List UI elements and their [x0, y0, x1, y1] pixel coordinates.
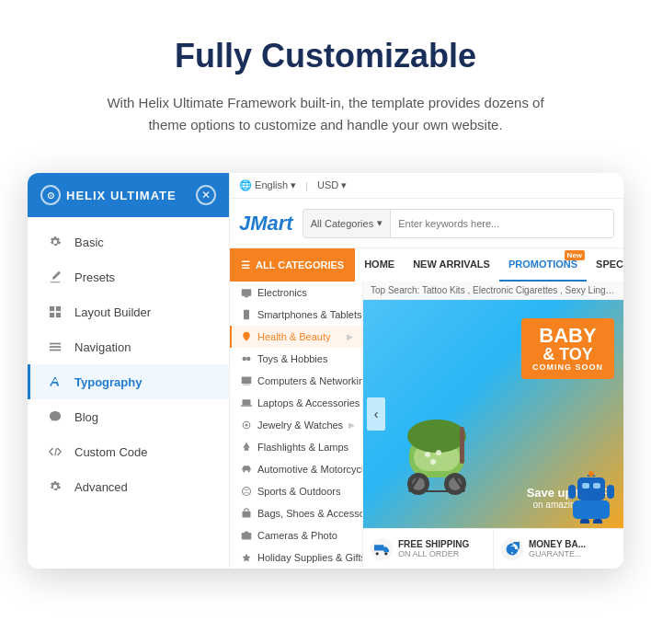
sidebar-item-navigation[interactable]: Navigation	[28, 329, 229, 364]
sidebar-item-basic-label: Basic	[74, 236, 104, 249]
sidebar-item-typography[interactable]: Typography	[28, 364, 229, 399]
svg-point-43	[430, 459, 436, 465]
feature-shipping-subtitle: ON ALL ORDER	[398, 549, 469, 558]
jmart-header: JMart All Categories ▾	[230, 199, 623, 248]
sidebar-item-custom-code[interactable]: Custom Code	[28, 434, 229, 469]
sidebar-item-layout-builder-label: Layout Builder	[74, 305, 151, 319]
cat-item-cameras[interactable]: Cameras & Photo	[230, 524, 362, 546]
banner-subtitle: & TOY	[532, 346, 603, 362]
jmart-main: Electronics Smartphones & Tablets Health…	[230, 282, 623, 569]
search-category-label: All Categories	[311, 218, 373, 229]
svg-rect-5	[50, 346, 61, 348]
jmart-categories: Electronics Smartphones & Tablets Health…	[230, 282, 363, 569]
cat-item-health-beauty[interactable]: Health & Beauty ▶	[230, 326, 362, 348]
feature-moneyback-title: MONEY BA...	[529, 539, 586, 549]
sidebar-item-navigation-label: Navigation	[74, 340, 131, 354]
jmart-nav: ☰ ALL CATEGORIES HOME NEW ARRIVALS PROMO…	[230, 248, 623, 282]
svg-rect-49	[607, 485, 614, 499]
sidebar-item-layout-builder[interactable]: Layout Builder	[28, 294, 229, 329]
cat-item-computers[interactable]: Computers & Networking ▶	[230, 370, 362, 392]
sidebar-item-blog[interactable]: Blog	[28, 399, 229, 434]
all-categories-label: ALL CATEGORIES	[256, 259, 344, 270]
nav-item-new-arrivals[interactable]: NEW ARRIVALS	[404, 248, 499, 282]
jmart-banner-area: Top Search: Tattoo Kits , Electronic Cig…	[363, 282, 623, 569]
svg-rect-44	[577, 477, 605, 500]
cat-item-automotive[interactable]: Automotive & Motorcycle	[230, 458, 362, 480]
code-icon	[47, 443, 63, 460]
svg-point-55	[384, 552, 387, 555]
svg-rect-47	[573, 500, 610, 519]
svg-point-11	[243, 357, 247, 362]
nav-item-promotions[interactable]: PROMOTIONS New	[499, 248, 587, 282]
svg-point-42	[436, 450, 441, 455]
helix-logo-icon: ⊙	[40, 185, 61, 205]
svg-rect-33	[460, 427, 464, 464]
promotions-badge: New	[565, 250, 585, 260]
sidebar-item-presets[interactable]: Presets	[28, 259, 229, 294]
cat-arrow-icon: ▶	[347, 332, 353, 341]
jmart-banner: ‹	[363, 300, 623, 528]
svg-rect-14	[243, 385, 250, 385]
cat-item-bags[interactable]: Bags, Shoes & Accessories	[230, 502, 362, 524]
feature-moneyback-subtitle: GUARANTE...	[529, 549, 586, 558]
cat-item-smartphones[interactable]: Smartphones & Tablets	[230, 304, 362, 326]
cat-arrow-icon: ▶	[348, 420, 355, 430]
helix-menu: Basic Presets Layout Builder Navigation	[28, 217, 229, 569]
menu-icon	[47, 339, 63, 355]
top-search-bar: Top Search: Tattoo Kits , Electronic Cig…	[363, 282, 623, 300]
helix-close-button[interactable]: ✕	[196, 185, 216, 205]
cat-item-laptops[interactable]: Laptops & Accessories	[230, 392, 362, 414]
feature-money-back: MONEY BA... GUARANTE...	[494, 529, 623, 569]
nav-item-specials[interactable]: SPECIALS	[587, 248, 623, 282]
sidebar-item-blog-label: Blog	[74, 410, 98, 424]
cat-item-sports[interactable]: Sports & Outdoors	[230, 480, 362, 502]
banner-promo-text: BABY & TOY COMING SOON	[521, 318, 614, 379]
search-input[interactable]	[391, 210, 613, 237]
search-category-dropdown[interactable]: All Categories ▾	[303, 210, 391, 237]
helix-header: ⊙ HELIX ULTIMATE ✕	[28, 173, 229, 217]
svg-rect-51	[593, 519, 602, 523]
sidebar-item-basic[interactable]: Basic	[28, 224, 229, 259]
screenshot-container: ⊙ HELIX ULTIMATE ✕ Basic Presets	[28, 173, 623, 569]
svg-point-54	[376, 552, 379, 555]
stroller-illustration	[382, 408, 492, 519]
gear-icon	[47, 234, 63, 250]
svg-point-22	[248, 470, 250, 472]
sidebar-item-advanced[interactable]: Advanced	[28, 469, 229, 504]
cat-item-electronics[interactable]: Electronics	[230, 282, 362, 304]
banner-nav-left[interactable]: ‹	[367, 397, 385, 431]
cat-item-holiday[interactable]: Holiday Supplies & Gifts	[230, 546, 362, 569]
cat-item-toys[interactable]: Toys & Hobbies	[230, 348, 362, 370]
page-header: Fully Customizable With Helix Ultimate F…	[0, 0, 651, 164]
jmart-search-bar[interactable]: All Categories ▾	[303, 209, 614, 238]
svg-point-26	[245, 535, 249, 539]
svg-rect-6	[50, 350, 61, 351]
all-categories-button[interactable]: ☰ ALL CATEGORIES	[230, 248, 355, 282]
banner-coming-soon: COMING SOON	[532, 362, 603, 372]
sidebar-item-typography-label: Typography	[74, 375, 142, 389]
jmart-topbar: 🌐 English ▾ | USD ▾	[230, 173, 623, 199]
svg-rect-4	[50, 343, 61, 345]
gear2-icon	[47, 478, 63, 495]
svg-rect-46	[593, 483, 600, 489]
helix-brand-name: HELIX ULTIMATE	[66, 189, 177, 202]
svg-rect-15	[243, 399, 251, 405]
svg-rect-2	[50, 313, 54, 317]
topbar-currency[interactable]: USD ▾	[317, 179, 347, 191]
svg-point-23	[243, 488, 251, 496]
sidebar-item-presets-label: Presets	[74, 270, 115, 284]
svg-rect-1	[56, 306, 61, 311]
feature-shipping-text: FREE SHIPPING ON ALL ORDER	[398, 539, 469, 558]
jmart-content: 🌐 English ▾ | USD ▾ JMart All Categories…	[230, 173, 623, 569]
svg-point-21	[243, 470, 245, 472]
svg-rect-45	[582, 483, 589, 489]
topbar-separator: |	[305, 180, 308, 191]
cat-item-flashlights[interactable]: Flashlights & Lamps	[230, 436, 362, 458]
nav-item-home[interactable]: HOME	[355, 248, 404, 282]
topbar-language[interactable]: 🌐 English ▾	[239, 179, 296, 191]
grid-icon	[47, 304, 63, 320]
svg-rect-20	[245, 448, 249, 451]
truck-icon	[371, 538, 393, 560]
svg-rect-16	[241, 405, 252, 407]
cat-item-jewelry[interactable]: Jewelry & Watches ▶	[230, 414, 362, 436]
